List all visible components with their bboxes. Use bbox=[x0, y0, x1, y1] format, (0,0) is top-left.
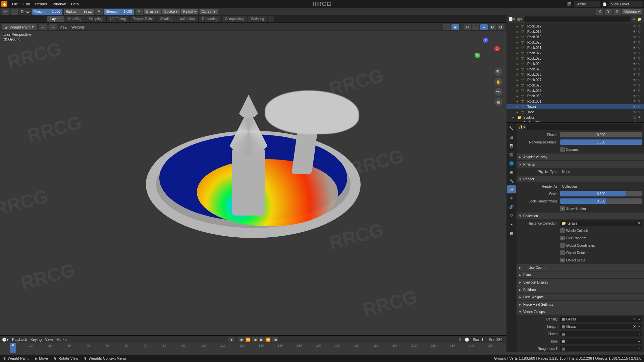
ptab-particles-icon[interactable]: ✨ bbox=[507, 185, 516, 193]
start-frame-input[interactable]: Start 1 bbox=[471, 337, 485, 342]
jump-start-icon[interactable]: ⏮ bbox=[238, 337, 245, 342]
filter-icon[interactable]: ▽ bbox=[633, 17, 635, 21]
tab-layout[interactable]: Layout bbox=[47, 16, 64, 22]
preview-range-icon[interactable]: 🕐 bbox=[465, 338, 469, 342]
blend-mode-icon[interactable]: ⬛ bbox=[11, 9, 18, 15]
brush-dropdown[interactable]: Brush ▾ bbox=[144, 9, 161, 14]
jump-next-key-icon[interactable]: ⏩ bbox=[265, 337, 271, 342]
overlay-toggle-icon[interactable]: ◉ bbox=[451, 24, 459, 30]
scale-randomness-slider[interactable]: 0.560 bbox=[560, 198, 642, 204]
properties-search[interactable] bbox=[527, 124, 642, 130]
ptab-texture-icon[interactable]: ▦ bbox=[507, 229, 516, 237]
outliner-item[interactable]: ▸▽Rock.019👁▽ bbox=[506, 34, 644, 40]
mirror-z-icon[interactable]: Z bbox=[613, 9, 621, 15]
outliner-item[interactable]: ▸▽Rock.022👁▽ bbox=[506, 50, 644, 56]
play-reverse-icon[interactable]: ◀ bbox=[252, 337, 258, 342]
object-scale-checkbox[interactable] bbox=[560, 258, 565, 262]
outliner-item[interactable]: ▸▽Rock.030👁▽ bbox=[506, 93, 644, 99]
outliner-item[interactable]: ▸▽Rock.027👁▽ bbox=[506, 77, 644, 82]
cursor-dropdown[interactable]: Cursor ▾ bbox=[200, 9, 218, 14]
weight-slider[interactable]: Weight 1.000 bbox=[32, 9, 62, 15]
timeline-editor-icon[interactable]: 🕐▾ bbox=[2, 338, 9, 342]
length-picker[interactable]: ▦ Grass✕ ↔ bbox=[560, 324, 642, 329]
outliner-tree[interactable]: ▸▽Rock.017👁▽▸▽Rock.018👁▽▸▽Rock.019👁▽▸▽Ro… bbox=[506, 23, 644, 122]
shading-material-icon[interactable]: ◐ bbox=[489, 24, 496, 30]
kink-picker[interactable]: ▦↔ bbox=[560, 339, 642, 344]
file-menu[interactable]: File bbox=[9, 2, 21, 6]
outliner-item[interactable]: ▸▽Rock.024👁▽ bbox=[506, 61, 644, 66]
blender-logo-icon[interactable]: ◆ bbox=[1, 1, 7, 7]
collection-panel[interactable]: ▾Collection bbox=[517, 213, 644, 219]
ptab-material-icon[interactable]: ● bbox=[507, 220, 516, 228]
gizmo-toggle-icon[interactable]: ⊕ bbox=[443, 24, 450, 30]
3d-viewport[interactable]: User Perspective (0) Ground RRCG RRCG RR… bbox=[0, 31, 506, 328]
ptab-data-icon[interactable]: ▽ bbox=[507, 212, 516, 220]
radius-pressure-icon[interactable]: ✎ bbox=[95, 9, 103, 15]
global-coords-checkbox[interactable] bbox=[560, 243, 565, 248]
shading-solid-icon[interactable]: ● bbox=[480, 24, 488, 30]
outliner-collection[interactable]: ▸📁Sculpts☑👁 bbox=[506, 115, 644, 120]
ptab-object-icon[interactable]: ▣ bbox=[507, 168, 516, 176]
force-field-panel[interactable]: ▸Force Field Settings bbox=[517, 301, 644, 308]
view-layer-input[interactable] bbox=[609, 1, 643, 7]
show-emitter-checkbox[interactable] bbox=[560, 206, 565, 211]
timeline-view-menu[interactable]: View bbox=[45, 338, 53, 342]
tab-animation[interactable]: Animation bbox=[176, 16, 198, 22]
scene-name-input[interactable] bbox=[574, 1, 600, 7]
vertex-groups-panel[interactable]: ▾Vertex Groups bbox=[517, 308, 644, 315]
current-frame-input[interactable]: 0 bbox=[458, 338, 464, 342]
mode-selector[interactable]: 🖌 Weight Paint ▾ bbox=[2, 24, 37, 30]
shading-wireframe-icon[interactable]: ⊞ bbox=[472, 24, 479, 30]
instance-collection-picker[interactable]: 📁 Grass✕ bbox=[560, 221, 642, 226]
render-menu[interactable]: Render bbox=[33, 2, 50, 6]
prop-editor-icon[interactable]: ✨▾ bbox=[519, 125, 525, 129]
phase-slider[interactable]: 0.000 bbox=[560, 132, 642, 137]
tab-shading[interactable]: Shading bbox=[157, 16, 176, 22]
physics-panel[interactable]: ▾Physics bbox=[517, 161, 644, 168]
clump-picker[interactable]: ▦↔ bbox=[560, 331, 642, 337]
outliner-item[interactable]: ▸▽Rock.017👁▽ bbox=[506, 23, 644, 29]
density-picker[interactable]: ▦ Grass✕ ↔ bbox=[560, 316, 642, 322]
tab-rendering[interactable]: Rendering bbox=[199, 16, 221, 22]
outliner-collection[interactable]: ▸📁Sculpts.001☑👁 bbox=[506, 120, 644, 122]
ptab-constraints-icon[interactable]: 🔗 bbox=[507, 203, 516, 211]
shading-rendered-icon[interactable]: ◑ bbox=[497, 24, 504, 30]
angular-velocity-panel[interactable]: ▸Angular Velocity bbox=[517, 154, 644, 160]
outliner-item[interactable]: ▸▽Rock.029👁▽ bbox=[506, 88, 644, 93]
extra-panel[interactable]: ▸Extra bbox=[517, 272, 644, 278]
outliner-item[interactable]: ▸▽Rock.023👁▽ bbox=[506, 56, 644, 61]
outliner-item[interactable]: ▸▽Rock.025👁▽ bbox=[506, 66, 644, 72]
jump-prev-key-icon[interactable]: ⏪ bbox=[245, 337, 251, 342]
pick-random-checkbox[interactable] bbox=[560, 236, 565, 240]
view-menu[interactable]: View bbox=[59, 25, 67, 29]
ptab-scene-icon[interactable]: 🎬 bbox=[507, 150, 516, 159]
ptab-modifier-icon[interactable]: 🔧 bbox=[507, 177, 516, 185]
outliner-display-icon[interactable]: ⊞▾ bbox=[517, 17, 522, 21]
weights-menu[interactable]: Weights bbox=[71, 25, 85, 29]
outliner-item[interactable]: ▸▽Rock.026👁▽ bbox=[506, 72, 644, 77]
timeline-ruler[interactable]: 0 01020304050607080901001101201301401501… bbox=[0, 343, 506, 353]
mirror-x-icon[interactable]: X bbox=[596, 9, 603, 15]
outliner-item[interactable]: ▸▽Tower👁▽ bbox=[506, 104, 644, 109]
stroke-dropdown[interactable]: Stroke ▾ bbox=[162, 9, 180, 14]
zoom-icon[interactable]: 🔍 bbox=[494, 68, 502, 76]
falloff-dropdown[interactable]: Falloff ▾ bbox=[181, 9, 198, 14]
ptab-physics-icon[interactable]: ⚛ bbox=[507, 194, 516, 202]
tab-compositing[interactable]: Compositing bbox=[222, 16, 247, 22]
edit-menu[interactable]: Edit bbox=[21, 2, 33, 6]
physics-type-select[interactable]: None bbox=[560, 169, 642, 174]
face-select-icon[interactable]: ▫ bbox=[49, 24, 57, 30]
playback-menu[interactable]: Playback bbox=[12, 338, 27, 342]
field-weights-panel[interactable]: ▸Field Weights bbox=[517, 294, 644, 300]
tab-add[interactable]: + bbox=[268, 16, 274, 22]
brush-tool-icon[interactable]: ✏ bbox=[2, 9, 9, 15]
outliner-item[interactable]: ▸▽Rock.020👁▽ bbox=[506, 40, 644, 45]
ptab-render-icon[interactable]: 🔧 bbox=[507, 124, 516, 132]
orientation-gizmo[interactable]: X Y Z bbox=[473, 38, 500, 64]
render-panel[interactable]: ▾Render bbox=[517, 176, 644, 182]
outliner-item[interactable]: ▸▽Tree👁▽ bbox=[506, 109, 644, 115]
use-count-panel[interactable]: ▸Use Count bbox=[517, 264, 644, 271]
options-dropdown[interactable]: Options ▾ bbox=[622, 9, 642, 14]
camera-icon[interactable]: 📷 bbox=[494, 88, 502, 96]
window-menu[interactable]: Window bbox=[50, 2, 68, 6]
